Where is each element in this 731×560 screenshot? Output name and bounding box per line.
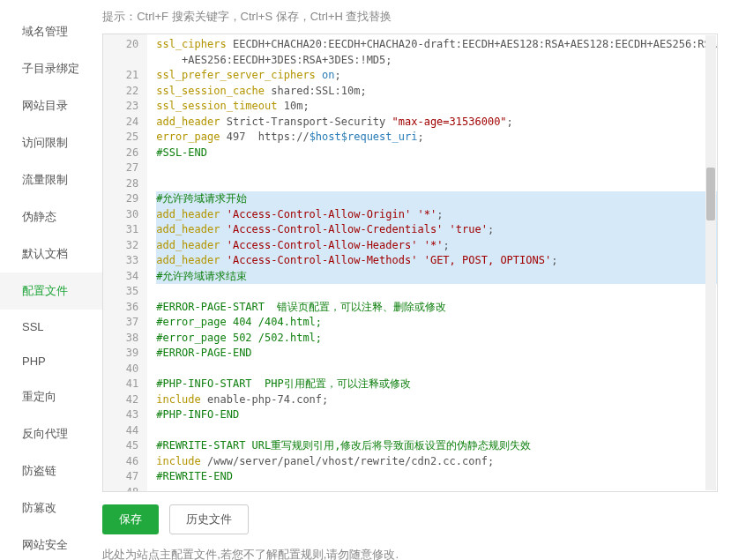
sidebar-item-subdir[interactable]: 子目录绑定 (0, 50, 102, 87)
sidebar-item-rewrite[interactable]: 伪静态 (0, 198, 102, 235)
sidebar-item-domain[interactable]: 域名管理 (0, 13, 102, 50)
sidebar-item-default-doc[interactable]: 默认文档 (0, 235, 102, 273)
sidebar-item-ssl[interactable]: SSL (0, 310, 102, 344)
history-button[interactable]: 历史文件 (169, 504, 249, 534)
sidebar-item-config[interactable]: 配置文件 (0, 273, 102, 310)
sidebar-item-hotlink[interactable]: 防盗链 (0, 452, 102, 489)
sidebar-item-php[interactable]: PHP (0, 344, 102, 378)
sidebar-item-proxy[interactable]: 反向代理 (0, 415, 102, 452)
sidebar-item-access[interactable]: 访问限制 (0, 124, 102, 161)
editor-hint: 提示：Ctrl+F 搜索关键字，Ctrl+S 保存，Ctrl+H 查找替换 (102, 0, 718, 34)
config-editor[interactable]: 2021222324252627282930313233343536373839… (102, 34, 718, 492)
save-button[interactable]: 保存 (102, 504, 159, 534)
line-gutter: 2021222324252627282930313233343536373839… (103, 34, 147, 492)
code-area[interactable]: ssl_ciphers EECDH+CHACHA20:EECDH+CHACHA2… (147, 34, 717, 492)
footnote: 此处为站点主配置文件,若您不了解配置规则,请勿随意修改. (102, 547, 718, 560)
button-row: 保存 历史文件 (102, 504, 718, 534)
sidebar: 域名管理子目录绑定网站目录访问限制流量限制伪静态默认文档配置文件SSLPHP重定… (0, 0, 102, 560)
scrollbar-thumb[interactable] (706, 168, 715, 220)
sidebar-item-security[interactable]: 网站安全 (0, 526, 102, 560)
main-panel: 提示：Ctrl+F 搜索关键字，Ctrl+S 保存，Ctrl+H 查找替换 20… (102, 0, 731, 560)
sidebar-item-tamper[interactable]: 防篡改 (0, 489, 102, 526)
sidebar-item-redirect[interactable]: 重定向 (0, 378, 102, 415)
sidebar-item-webdir[interactable]: 网站目录 (0, 87, 102, 124)
scrollbar[interactable] (705, 35, 716, 490)
sidebar-item-traffic[interactable]: 流量限制 (0, 161, 102, 198)
